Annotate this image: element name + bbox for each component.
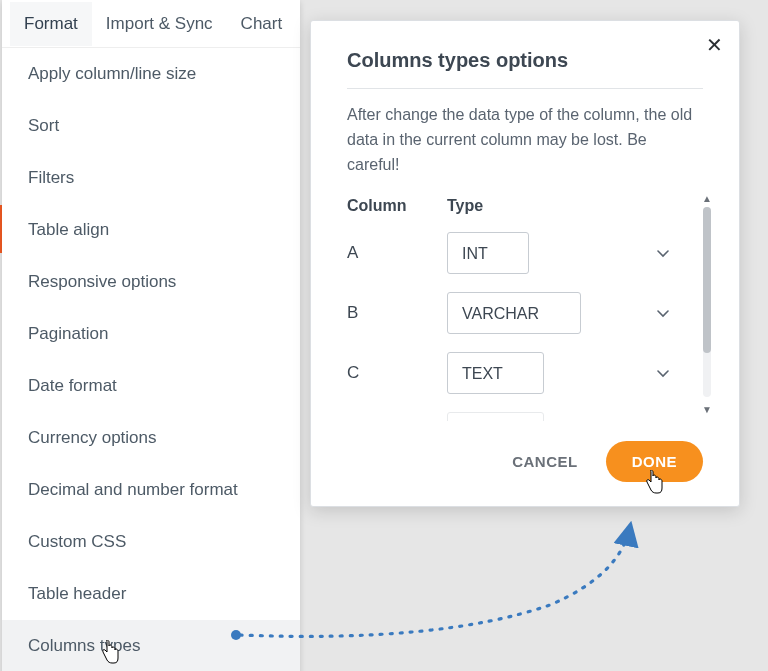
dialog-actions: CANCEL DONE bbox=[347, 441, 703, 482]
column-header-column: Column bbox=[347, 197, 447, 215]
dialog-warning-text: After change the data type of the column… bbox=[347, 103, 703, 177]
menu-apply-column-line-size[interactable]: Apply column/line size bbox=[2, 48, 300, 100]
type-select-d[interactable]: TEXT bbox=[447, 412, 544, 421]
menu-filters[interactable]: Filters bbox=[2, 152, 300, 204]
type-select-c[interactable]: TEXT bbox=[447, 352, 544, 394]
scroll-thumb[interactable] bbox=[703, 207, 711, 353]
menu-custom-css[interactable]: Custom CSS bbox=[2, 516, 300, 568]
tab-chart[interactable]: Chart bbox=[227, 2, 297, 46]
done-button[interactable]: DONE bbox=[606, 441, 703, 482]
column-name: C bbox=[347, 363, 447, 383]
menu-columns-types[interactable]: Columns types bbox=[2, 620, 300, 671]
columns-types-dialog: ✕ Columns types options After change the… bbox=[310, 20, 740, 507]
column-name: B bbox=[347, 303, 447, 323]
chevron-down-icon bbox=[657, 364, 669, 382]
grid-header-row: Column Type bbox=[347, 191, 683, 223]
type-select-a[interactable]: INT bbox=[447, 232, 529, 274]
chevron-down-icon bbox=[657, 304, 669, 322]
tab-format[interactable]: Format bbox=[10, 2, 92, 46]
dialog-title: Columns types options bbox=[347, 49, 703, 89]
menu-decimal-number-format[interactable]: Decimal and number format bbox=[2, 464, 300, 516]
menu-table-align[interactable]: Table align bbox=[2, 204, 300, 256]
chevron-down-icon bbox=[657, 244, 669, 262]
tab-import-sync[interactable]: Import & Sync bbox=[92, 2, 227, 46]
type-select-b[interactable]: VARCHAR bbox=[447, 292, 581, 334]
table-row: A INT bbox=[347, 223, 683, 283]
table-row: C TEXT bbox=[347, 343, 683, 403]
close-icon[interactable]: ✕ bbox=[703, 35, 725, 57]
grid-scrollbar[interactable]: ▲ ▼ bbox=[699, 195, 713, 413]
columns-type-grid: Column Type A INT B VARCHAR bbox=[347, 191, 703, 421]
menu-responsive-options[interactable]: Responsive options bbox=[2, 256, 300, 308]
menu-date-format[interactable]: Date format bbox=[2, 360, 300, 412]
menu-currency-options[interactable]: Currency options bbox=[2, 412, 300, 464]
scroll-down-icon[interactable]: ▼ bbox=[702, 404, 712, 415]
menu-table-header[interactable]: Table header bbox=[2, 568, 300, 620]
scroll-up-icon[interactable]: ▲ bbox=[702, 193, 712, 204]
table-row: B VARCHAR bbox=[347, 283, 683, 343]
table-row: D TEXT bbox=[347, 403, 683, 421]
column-header-type: Type bbox=[447, 197, 483, 215]
panel-tabs: Format Import & Sync Chart bbox=[2, 0, 300, 48]
format-menu: Apply column/line size Sort Filters Tabl… bbox=[2, 48, 300, 671]
column-name: A bbox=[347, 243, 447, 263]
menu-pagination[interactable]: Pagination bbox=[2, 308, 300, 360]
menu-sort[interactable]: Sort bbox=[2, 100, 300, 152]
format-dropdown-panel: Format Import & Sync Chart Apply column/… bbox=[2, 0, 300, 671]
cancel-button[interactable]: CANCEL bbox=[506, 452, 584, 471]
